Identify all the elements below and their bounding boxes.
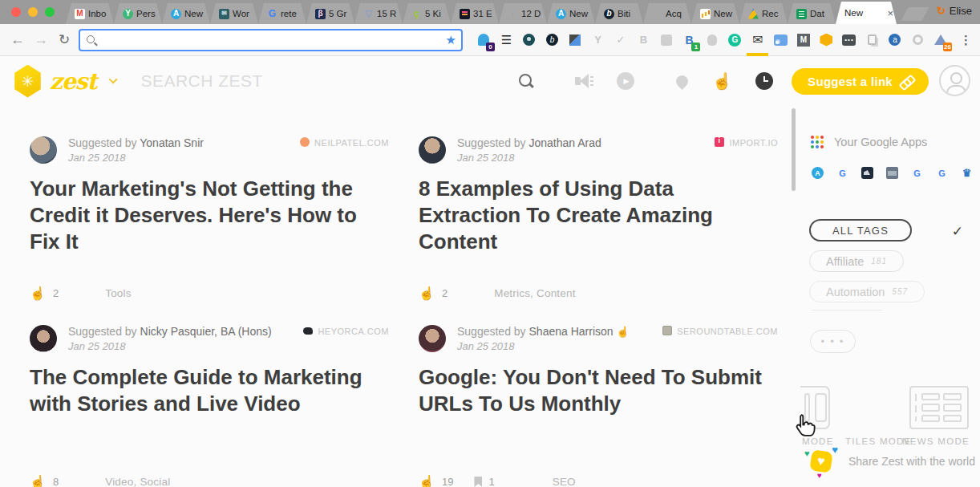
card-tags[interactable]: SEO xyxy=(553,476,576,487)
vpn-triangle-icon[interactable]: 26 xyxy=(933,32,949,48)
search-nav-icon[interactable] xyxy=(517,72,535,90)
browser-tab[interactable]: YPers xyxy=(114,3,162,24)
grammarly-icon[interactable]: G xyxy=(727,32,743,48)
suggested-by-label: Suggested by xyxy=(68,325,137,338)
ring-extension-icon[interactable] xyxy=(909,32,925,48)
videos-icon[interactable]: ▶ xyxy=(617,72,634,90)
browser-tab[interactable]: ✉Wor xyxy=(210,3,258,24)
browser-tab[interactable]: bBiti xyxy=(595,3,643,24)
source-link[interactable]: IMPORT.IO xyxy=(715,136,778,164)
ghostery-icon[interactable]: 0 xyxy=(476,32,492,48)
browser-tab[interactable]: ANew xyxy=(162,3,210,24)
bitly-icon[interactable]: b xyxy=(544,32,560,48)
zest-extension-icon[interactable]: Y xyxy=(589,32,605,48)
chevron-down-icon[interactable] xyxy=(109,75,118,83)
share-zest[interactable]: ♥ ♥ ♥ ♥ Share Zest with the world xyxy=(808,447,975,476)
upvote-icon[interactable]: ☝ xyxy=(419,474,435,487)
browser-menu-icon[interactable]: ⋮ xyxy=(960,33,972,47)
news-mode-icon[interactable] xyxy=(909,386,969,429)
article-title[interactable]: Google: You Don't Need To Submit URLs To… xyxy=(419,364,765,417)
layers-icon[interactable]: ☰ xyxy=(498,32,514,48)
user-avatar[interactable] xyxy=(939,65,970,96)
apps-grid-icon[interactable] xyxy=(811,136,824,148)
zest-search-input[interactable] xyxy=(140,71,381,91)
upvote-icon[interactable]: ☝ xyxy=(30,286,46,301)
ellipsis-extension-icon[interactable]: ••• xyxy=(841,32,857,48)
b-counter-extension-icon[interactable]: B1 xyxy=(681,32,697,48)
card-tags[interactable]: Video, Social xyxy=(105,476,170,487)
browser-tab-active[interactable]: New× xyxy=(836,2,897,24)
suggest-link-button[interactable]: Suggest a link xyxy=(792,68,929,95)
recent-icon-active[interactable] xyxy=(755,72,773,90)
app-google-icon[interactable]: G xyxy=(936,167,948,179)
address-bar[interactable]: ★ xyxy=(79,29,463,51)
browser-tab[interactable]: Dat xyxy=(788,3,836,24)
announcements-icon[interactable] xyxy=(575,73,594,89)
b-grey-extension-icon[interactable]: B xyxy=(635,32,651,48)
url-input[interactable] xyxy=(103,34,440,46)
app-dark-icon[interactable] xyxy=(861,167,873,179)
tag-pill-affiliate[interactable]: Affiliate181 xyxy=(809,250,904,272)
news-mode-label[interactable]: NEWS MODE xyxy=(902,436,970,446)
zoom-window-button[interactable] xyxy=(45,7,55,17)
card-tags[interactable]: Metrics, Content xyxy=(494,287,575,299)
browser-tab[interactable]: ▽15 R xyxy=(354,3,403,24)
sidebar-scrollbar[interactable] xyxy=(792,108,796,191)
bookmark-star-icon[interactable]: ★ xyxy=(446,33,456,47)
forward-button[interactable]: → xyxy=(31,31,50,48)
copy-extension-icon[interactable] xyxy=(864,32,880,48)
app-crown-icon[interactable]: ♛ xyxy=(961,167,973,179)
card-tags[interactable]: Tools xyxy=(105,287,132,299)
tag-pill-automation[interactable]: Automation557 xyxy=(809,281,925,302)
browser-profile[interactable]: ↻ Elise xyxy=(937,5,972,17)
source-link[interactable]: SEROUNDTABLE.COM xyxy=(662,325,778,352)
cast-icon[interactable] xyxy=(772,32,788,48)
app-google-icon[interactable]: G xyxy=(911,167,923,179)
browser-tab[interactable]: MInbo xyxy=(66,3,114,24)
source-link[interactable]: NEILPATEL.COM xyxy=(300,136,389,164)
browser-tab[interactable]: New xyxy=(691,3,739,24)
hot-icon[interactable] xyxy=(674,72,690,89)
reload-button[interactable]: ↻ xyxy=(55,31,74,48)
counter-badge: 1 xyxy=(691,43,700,51)
browser-tab[interactable]: Acq xyxy=(643,3,691,24)
browser-tab[interactable]: Grete xyxy=(258,3,306,24)
browser-tab[interactable]: Rec xyxy=(739,3,788,24)
app-photo-icon[interactable] xyxy=(886,167,898,179)
header-nav-icons: ▶ ☝ xyxy=(517,56,773,106)
article-title[interactable]: The Complete Guide to Marketing with Sto… xyxy=(30,364,376,417)
close-window-button[interactable] xyxy=(11,7,21,17)
pin-extension-icon[interactable] xyxy=(521,32,537,48)
more-tags-button[interactable]: • • • xyxy=(810,330,856,353)
card-meta: Suggested by Nicky Pasquier, BA (Hons) J… xyxy=(68,325,292,352)
upvote-icon[interactable]: ☝ xyxy=(30,474,46,487)
browser-tab[interactable]: ç5 Ki xyxy=(403,3,451,24)
new-tab-button[interactable] xyxy=(901,7,929,21)
check-extension-icon[interactable]: ✓ xyxy=(613,32,629,48)
tag-count: 181 xyxy=(871,257,887,266)
medium-icon[interactable]: M xyxy=(796,32,812,48)
tab-close-icon[interactable]: × xyxy=(885,7,893,19)
square-extension-icon[interactable] xyxy=(658,32,674,48)
zest-logo[interactable]: ✳ zest xyxy=(13,65,115,98)
source-link[interactable]: HEYORCA.COM xyxy=(303,325,389,352)
browser-tab[interactable]: ANew xyxy=(547,3,595,24)
upvoted-icon[interactable]: ☝ xyxy=(712,71,732,91)
minimize-window-button[interactable] xyxy=(28,7,38,17)
all-tags-pill[interactable]: ALL TAGS xyxy=(809,219,912,241)
honey-icon[interactable] xyxy=(818,32,834,48)
browser-tab[interactable]: ↑12 D xyxy=(499,3,547,24)
mail-extension-icon[interactable]: ✉ xyxy=(750,32,766,48)
app-google-icon[interactable]: G xyxy=(836,167,848,179)
amazon-assistant-icon[interactable]: a xyxy=(887,32,903,48)
app-a-icon[interactable]: A xyxy=(812,167,824,179)
browser-tab[interactable]: 31 E xyxy=(451,3,499,24)
bookmark-icon[interactable] xyxy=(474,477,482,487)
thumb-extension-icon[interactable] xyxy=(704,32,720,48)
upvote-icon[interactable]: ☝ xyxy=(419,286,435,301)
eyedropper-icon[interactable] xyxy=(567,32,583,48)
article-title[interactable]: 8 Examples of Using Data Extraction To C… xyxy=(419,176,765,255)
browser-tab[interactable]: β5 Gr xyxy=(306,3,354,24)
article-title[interactable]: Your Marketing's Not Getting the Credit … xyxy=(30,176,376,255)
back-button[interactable]: ← xyxy=(8,31,26,48)
